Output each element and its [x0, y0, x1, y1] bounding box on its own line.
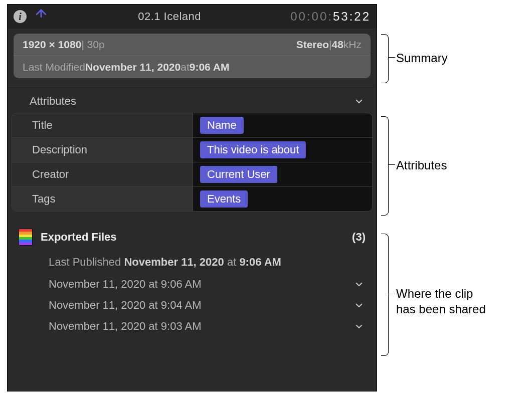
attribute-value-cell[interactable]: Name — [193, 113, 372, 137]
attribute-row-title: Title Name — [12, 113, 372, 137]
summary-format-row: 1920 × 1080 | 30p Stereo | 48 kHz — [14, 34, 371, 56]
exported-file-timestamp: November 11, 2020 at 9:06 AM — [49, 278, 202, 291]
audio-channels: Stereo — [296, 39, 329, 51]
attribute-label: Title — [12, 119, 193, 132]
attribute-row-tags: Tags Events — [12, 186, 372, 211]
last-modified-label: Last Modified — [23, 61, 85, 73]
attributes-table: Title Name Description This video is abo… — [12, 113, 373, 212]
callout-line — [388, 57, 395, 58]
last-published-date: November 11, 2020 — [124, 256, 224, 268]
last-published-line: Last Published November 11, 2020 at 9:06… — [19, 251, 366, 274]
film-strip-icon — [19, 229, 33, 246]
callout-line — [388, 164, 395, 165]
inspector-tab-icons: i — [14, 8, 49, 25]
last-published-label: Last Published — [49, 256, 124, 268]
attribute-value-cell[interactable]: This video is about — [193, 138, 372, 162]
summary-card: 1920 × 1080 | 30p Stereo | 48 kHz Last M… — [14, 34, 371, 78]
timecode-seconds-frames: 53:22 — [333, 10, 371, 23]
exported-files-section: Exported Files (3) Last Published Novemb… — [8, 214, 377, 337]
share-inspector-panel: i 02.1 Iceland 00:00:53:22 1920 × 1080 |… — [7, 4, 377, 391]
exported-file-timestamp: November 11, 2020 at 9:03 AM — [49, 320, 202, 333]
resolution-value: 1920 × 1080 — [23, 39, 81, 51]
attribute-token[interactable]: Events — [200, 190, 248, 208]
attribute-token[interactable]: Current User — [200, 166, 277, 183]
callout-bracket — [381, 34, 389, 83]
attribute-row-creator: Creator Current User — [12, 162, 372, 186]
attribute-token[interactable]: This video is about — [200, 141, 306, 158]
chevron-down-icon — [352, 320, 366, 333]
callout-line — [388, 294, 395, 294]
attribute-row-description: Description This video is about — [12, 137, 372, 162]
exported-file-item[interactable]: November 11, 2020 at 9:04 AM — [19, 295, 366, 316]
callout-attributes: Attributes — [396, 157, 447, 173]
callout-summary: Summary — [396, 50, 448, 66]
last-published-at: at — [227, 256, 239, 268]
audio-sample-rate-value: 48 — [331, 39, 343, 51]
last-modified-time: 9:06 AM — [190, 61, 230, 73]
frame-rate-value: | 30p — [81, 39, 104, 51]
last-modified-at: at — [181, 61, 190, 73]
exported-files-header: Exported Files (3) — [19, 229, 366, 251]
info-tab-icon[interactable]: i — [14, 10, 27, 23]
clip-title: 02.1 Iceland — [49, 10, 290, 23]
chevron-down-icon — [352, 299, 366, 312]
attribute-value-cell[interactable]: Current User — [193, 162, 372, 186]
callout-bracket — [381, 116, 389, 216]
audio-sample-rate-unit: kHz — [343, 39, 362, 51]
attribute-token[interactable]: Name — [200, 117, 244, 134]
last-modified-date: November 11, 2020 — [85, 61, 181, 73]
callout-shared: Where the clip has been shared — [396, 286, 486, 317]
exported-file-item[interactable]: November 11, 2020 at 9:03 AM — [19, 316, 366, 337]
timecode: 00:00:53:22 — [290, 10, 371, 24]
attribute-value-cell[interactable]: Events — [193, 187, 372, 211]
annotation-callouts: Summary Attributes Where the clip has be… — [381, 0, 531, 396]
attribute-label: Description — [12, 143, 193, 156]
exported-file-item[interactable]: November 11, 2020 at 9:06 AM — [19, 274, 366, 295]
attributes-header[interactable]: Attributes — [8, 88, 377, 111]
exported-files-count: (3) — [352, 231, 366, 244]
last-published-time: 9:06 AM — [239, 256, 281, 268]
attributes-heading-label: Attributes — [30, 95, 76, 108]
share-tab-icon[interactable] — [34, 8, 49, 25]
summary-modified-row: Last Modified November 11, 2020 at 9:06 … — [14, 56, 371, 78]
inspector-top-bar: i 02.1 Iceland 00:00:53:22 — [8, 5, 377, 29]
callout-bracket — [381, 234, 389, 356]
chevron-down-icon — [352, 95, 366, 108]
timecode-hours-minutes: 00:00: — [290, 10, 333, 23]
attribute-label: Tags — [12, 192, 193, 206]
attribute-label: Creator — [12, 168, 193, 181]
exported-files-heading: Exported Files — [41, 231, 117, 244]
chevron-down-icon — [352, 278, 366, 291]
exported-file-timestamp: November 11, 2020 at 9:04 AM — [49, 299, 202, 312]
